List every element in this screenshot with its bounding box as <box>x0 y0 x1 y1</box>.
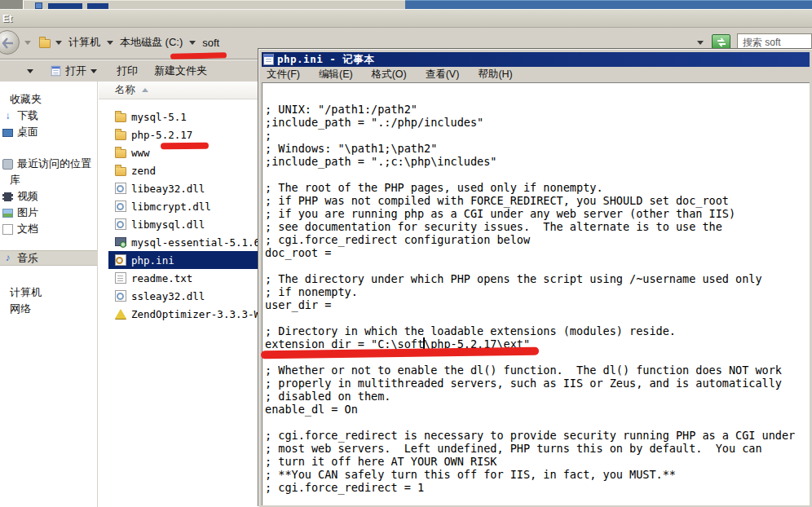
breadcrumb-separator-icon[interactable] <box>107 41 113 45</box>
sidebar-item[interactable]: 文档 <box>0 221 97 237</box>
txt-icon <box>115 272 126 284</box>
text-line: ; cgi.force_redirect configuration below <box>265 233 810 246</box>
sidebar-item[interactable]: 库 <box>0 172 97 188</box>
triangle-icon <box>115 309 126 319</box>
refresh-button[interactable] <box>712 34 730 51</box>
file-name: ZendOptimizer-3.3.3-Windo <box>131 308 258 320</box>
text-line <box>265 90 810 103</box>
text-line <box>265 494 810 505</box>
file-row[interactable]: mysql-5.1 <box>99 108 258 126</box>
file-name: readme.txt <box>131 272 192 284</box>
organize-dropdown-icon[interactable] <box>27 69 33 73</box>
notepad-text-area[interactable]: ; UNIX: "/path1:/path2" ;include_path = … <box>262 82 810 505</box>
file-row[interactable]: libmysql.dll <box>99 215 258 233</box>
sidebar-item-label: 收藏夹 <box>10 92 42 107</box>
text-line <box>265 416 810 429</box>
dll-icon <box>115 290 126 302</box>
column-header-name[interactable]: 名称 <box>99 82 258 99</box>
text-line: ;include_path = ".;c:\php\includes" <box>265 155 810 168</box>
text-line: doc_root = <box>265 246 810 259</box>
breadcrumb: 计算机 本地磁盘 (C:) soft <box>39 33 221 52</box>
text-line: ; The directory under which PHP opens th… <box>265 272 810 285</box>
folder-icon <box>115 167 126 176</box>
sidebar-item[interactable]: 收藏夹 <box>0 91 97 108</box>
sidebar-item[interactable]: ↓ 下载 <box>0 108 97 124</box>
notepad-menu-item[interactable]: 编辑(E) <box>319 68 353 82</box>
text-line: ; UNIX: "/path1:/path2" <box>265 103 810 116</box>
text-line: ; if nonempty. <box>265 285 810 298</box>
notepad-menubar: 文件(F) 编辑(E) 格式(O) 查看(V) 帮助(H) <box>262 67 810 82</box>
text-line: ; if you are running php as a CGI under … <box>265 207 810 220</box>
back-arrow-icon <box>2 37 15 49</box>
navigation-pane: 收藏夹 ↓ 下载 桌面 最近访问的位置 <box>0 82 98 507</box>
red-underline-php-folder <box>161 143 209 150</box>
file-row[interactable]: php-5.2.17 <box>99 126 258 143</box>
sidebar-item[interactable]: 网络 <box>0 301 97 317</box>
text-line: user_dir = <box>265 298 810 311</box>
breadcrumb-separator-icon[interactable] <box>189 41 196 45</box>
sidebar-item-label: 库 <box>10 173 20 187</box>
sidebar-item-label: 计算机 <box>10 285 42 300</box>
breadcrumb-item[interactable]: 本地磁盘 (C:) <box>118 33 184 51</box>
file-row[interactable]: php.ini <box>108 251 258 269</box>
address-dropdown-icon[interactable] <box>697 41 704 45</box>
sidebar-item[interactable]: 计算机 <box>0 284 97 301</box>
refresh-icon <box>716 37 727 47</box>
file-name: libmcrypt.dll <box>131 201 211 213</box>
text-line: ; Directory in which the loadable extens… <box>265 324 810 337</box>
text-line: ; properly in multithreaded servers, suc… <box>265 377 810 390</box>
file-name: www <box>131 147 150 159</box>
open-button[interactable]: 打开 <box>45 61 103 81</box>
desktop-icon <box>2 129 13 137</box>
file-name: zend <box>131 165 156 177</box>
text-line: enable_dl = On <box>265 403 810 416</box>
open-dropdown-icon[interactable] <box>90 69 97 73</box>
file-row[interactable]: libeay32.dll <box>99 179 258 197</box>
breadcrumb-item[interactable]: soft <box>201 35 221 51</box>
explorer-titlebar[interactable]: Et <box>0 9 812 28</box>
recent-icon <box>2 159 13 170</box>
notepad-menu-item[interactable]: 帮助(H) <box>478 68 512 82</box>
text-line: ; if PHP was not compiled with FORCE_RED… <box>265 194 810 207</box>
notepad-icon <box>51 66 61 77</box>
print-button[interactable]: 打印 <box>111 61 143 81</box>
notepad-menu-item[interactable]: 查看(V) <box>426 68 460 82</box>
file-name: php-5.2.17 <box>131 129 192 141</box>
notepad-titlebar[interactable]: php.ini - 记事本 <box>262 52 810 67</box>
file-row[interactable]: libmcrypt.dll <box>99 197 258 215</box>
file-rows: mysql-5.1 php-5.2.17 www zend <box>99 99 258 323</box>
text-line: ;include_path = ".:/php/includes" <box>265 116 810 129</box>
explorer-content: 收藏夹 ↓ 下载 桌面 最近访问的位置 <box>0 82 258 507</box>
notepad-menu-item[interactable]: 格式(O) <box>372 68 407 82</box>
sidebar-item[interactable]: 桌面 <box>0 124 97 140</box>
sidebar-item-label: 最近访问的位置 <box>17 157 91 171</box>
background-window-icon <box>35 2 42 9</box>
sidebar-item-label: 桌面 <box>17 125 38 139</box>
text-line <box>265 168 810 181</box>
folder-icon <box>115 149 126 158</box>
text-line: ; <box>265 129 810 142</box>
back-button[interactable] <box>0 30 20 55</box>
dll-icon <box>115 218 126 230</box>
sidebar-item[interactable]: 视频 <box>0 188 97 205</box>
file-row[interactable]: mysql-essential-5.1.63-wi <box>99 233 258 251</box>
file-row[interactable]: readme.txt <box>99 269 258 287</box>
text-line: ; **You CAN safely turn this off for IIS… <box>265 468 810 481</box>
sidebar-item[interactable]: 最近访问的位置 <box>0 156 97 172</box>
new-folder-button[interactable]: 新建文件夹 <box>148 61 213 81</box>
sidebar-item[interactable]: 图片 <box>0 205 97 221</box>
breadcrumb-item[interactable]: 计算机 <box>67 33 102 51</box>
file-row[interactable]: ZendOptimizer-3.3.3-Windo <box>99 305 258 323</box>
text-line: ; Whether or not to enable the dl() func… <box>265 364 810 377</box>
dll-icon <box>115 201 126 212</box>
breadcrumb-separator-icon[interactable] <box>55 41 62 45</box>
notepad-menu-item[interactable]: 文件(F) <box>267 68 300 82</box>
back-history-dropdown-icon[interactable] <box>24 41 31 45</box>
file-row[interactable]: zend <box>99 161 258 179</box>
document-icon <box>2 224 13 235</box>
file-row[interactable]: ssleay32.dll <box>99 287 258 305</box>
text-line <box>265 311 810 324</box>
sidebar-item-label: 视频 <box>17 189 38 204</box>
sidebar-item[interactable]: ♪ 音乐 <box>0 250 97 266</box>
background-window-titlebar-fragment <box>23 0 406 9</box>
